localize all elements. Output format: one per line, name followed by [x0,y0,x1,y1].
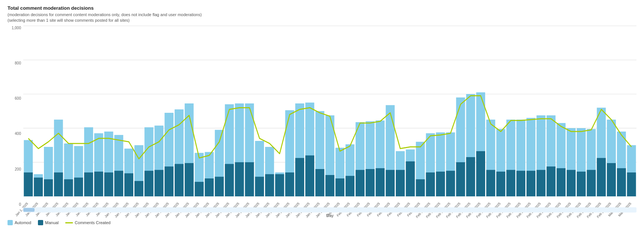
svg-rect-52 [175,164,184,196]
svg-rect-169 [567,170,576,196]
chart-svg: Jan 1, 2025Jan 2, 2025Jan 3, 2025Jan 4, … [23,26,636,207]
svg-rect-67 [225,164,234,196]
svg-rect-97 [326,175,335,196]
chart-container: Total comment moderation decisions (mode… [0,0,644,229]
svg-rect-94 [315,169,324,196]
svg-rect-151 [506,170,515,196]
y-axis-label: 600 [15,96,21,100]
svg-rect-184 [617,168,626,196]
automod-label: Automod [15,220,31,225]
svg-rect-133 [446,171,455,196]
legend: Automod Manual Comments Created [8,220,636,225]
y-axis-label: 0 [19,202,21,207]
y-axis: 1,0008006004002000 [8,26,23,218]
svg-rect-163 [547,166,556,196]
svg-rect-100 [335,178,344,196]
svg-rect-91 [305,155,314,196]
svg-rect-154 [516,171,525,196]
svg-rect-109 [366,169,375,196]
svg-rect-19 [64,179,73,196]
legend-automod: Automod [8,220,31,225]
svg-rect-55 [185,163,194,196]
svg-rect-136 [456,162,465,196]
y-axis-label: 800 [15,61,21,65]
svg-rect-145 [486,170,495,196]
y-axis-label: 1,000 [12,26,21,30]
svg-rect-16 [54,172,63,196]
svg-rect-43 [145,171,154,196]
svg-rect-88 [295,158,304,196]
scrollbar-area[interactable] [23,207,636,213]
svg-rect-115 [386,170,395,196]
svg-rect-49 [164,166,173,196]
chart-area: 1,0008006004002000 Jan 1, 2025Jan 2, 202… [8,26,636,218]
svg-rect-7 [24,172,33,196]
svg-rect-181 [607,163,616,196]
svg-rect-160 [537,170,546,196]
svg-rect-10 [34,178,43,196]
svg-rect-187 [627,172,636,196]
automod-swatch [8,220,13,225]
svg-rect-37 [124,173,133,196]
svg-rect-178 [597,158,606,196]
svg-rect-142 [476,151,485,196]
svg-rect-73 [245,162,254,196]
svg-rect-118 [396,170,405,196]
svg-rect-166 [557,168,566,196]
svg-rect-157 [526,171,535,196]
svg-rect-34 [114,171,123,196]
svg-rect-28 [94,172,103,196]
svg-rect-148 [496,172,505,196]
y-axis-label: 400 [15,132,21,136]
svg-rect-124 [416,179,425,196]
y-axis-label: 200 [15,167,21,171]
svg-rect-64 [215,177,224,196]
manual-label: Manual [45,220,59,225]
chart-inner: Jan 1, 2025Jan 2, 2025Jan 3, 2025Jan 4, … [23,26,636,218]
manual-swatch [38,220,43,225]
legend-comments-created: Comments Created [65,220,110,225]
svg-rect-76 [255,177,264,196]
svg-rect-175 [587,170,596,196]
legend-manual: Manual [38,220,59,225]
svg-rect-13 [44,179,53,196]
svg-rect-85 [285,172,294,196]
chart-subtitle-2: (selecting more than 1 site will show co… [8,18,636,23]
svg-rect-79 [265,174,274,196]
svg-rect-46 [155,170,164,196]
chart-subtitle-1: (moderation decisions for comment conten… [8,12,636,18]
svg-rect-58 [195,182,204,196]
svg-rect-139 [466,157,475,196]
svg-rect-172 [577,172,586,196]
svg-rect-121 [406,161,415,196]
svg-rect-31 [104,172,113,196]
svg-rect-112 [376,168,385,196]
svg-rect-70 [235,162,244,196]
svg-rect-61 [205,178,214,196]
svg-rect-103 [345,176,354,196]
comments-created-swatch [65,222,73,223]
chart-title: Total comment moderation decisions [8,5,636,11]
svg-rect-130 [436,172,445,196]
svg-rect-40 [134,181,143,196]
svg-rect-25 [84,172,93,196]
svg-rect-106 [356,170,365,196]
comments-created-label: Comments Created [75,220,110,225]
svg-rect-82 [275,174,284,196]
grid-and-bars: Jan 1, 2025Jan 2, 2025Jan 3, 2025Jan 4, … [23,26,636,207]
svg-rect-127 [426,172,435,196]
svg-rect-22 [74,178,83,196]
scrollbar-thumb[interactable] [23,208,35,212]
